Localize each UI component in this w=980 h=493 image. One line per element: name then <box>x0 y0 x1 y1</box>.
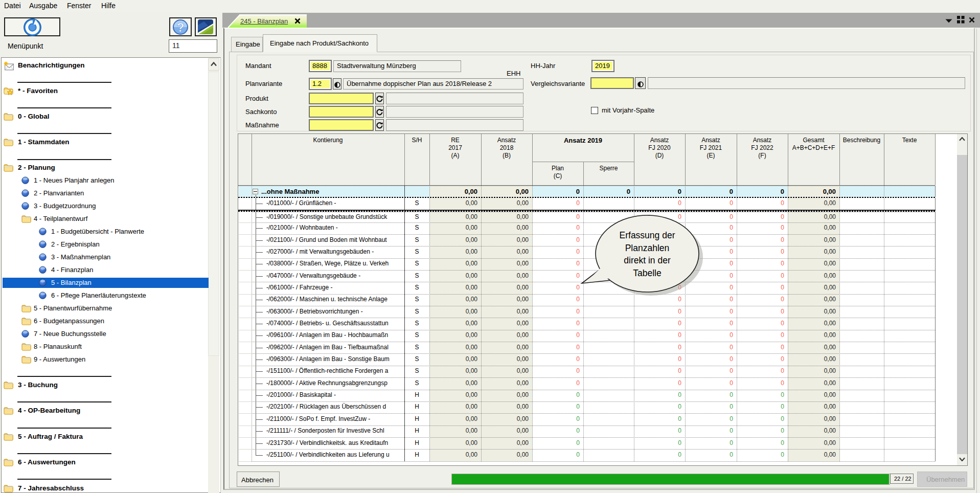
svg-text:direkt in der: direkt in der <box>624 255 671 265</box>
svg-text:Erfassung der: Erfassung der <box>620 230 675 240</box>
svg-text:?: ? <box>177 20 185 34</box>
svg-text:Planzahlen: Planzahlen <box>625 243 670 253</box>
svg-text:Tabelle: Tabelle <box>633 268 661 278</box>
